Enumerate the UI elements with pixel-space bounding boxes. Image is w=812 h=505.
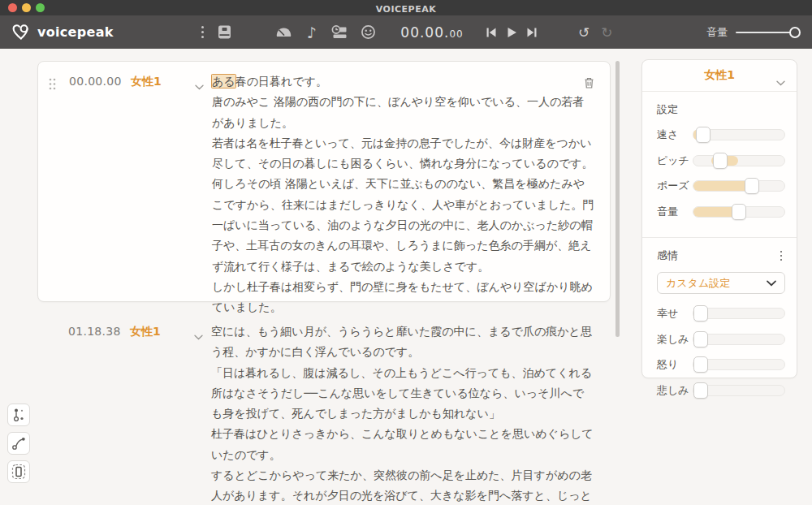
selection-marquee-icon xyxy=(11,464,27,480)
skip-back-button[interactable] xyxy=(481,27,501,38)
master-volume: 音量 xyxy=(706,15,799,49)
titlebar: VOICEPEAK xyxy=(0,0,812,15)
slider-row: 怒り xyxy=(657,356,785,373)
play-button[interactable] xyxy=(501,27,521,38)
slider-label: 悲しみ xyxy=(657,383,693,398)
chevron-down-icon xyxy=(767,280,776,287)
block-text[interactable]: ある春の日暮れです。唐のみやこ 洛陽の西の門の下に、ぼんやり空を仰いでいる、一人… xyxy=(212,71,595,318)
slider-track[interactable] xyxy=(693,308,785,319)
slider-label: 怒り xyxy=(657,357,693,372)
slider-track[interactable] xyxy=(693,385,785,396)
volume-slider[interactable] xyxy=(736,32,799,33)
slider-row: 幸せ xyxy=(657,304,785,322)
dictionary-book-icon xyxy=(217,24,232,40)
time-frames: 00 xyxy=(449,25,463,40)
kebab-menu-icon xyxy=(201,26,204,38)
slider-knob[interactable] xyxy=(693,305,708,322)
selection-tool-button[interactable] xyxy=(7,460,30,483)
speed-panel-button[interactable] xyxy=(273,15,294,49)
slider-track[interactable] xyxy=(693,359,785,370)
dictionary-button[interactable] xyxy=(214,15,235,49)
vertical-scrollbar[interactable] xyxy=(615,61,620,337)
slider-knob[interactable] xyxy=(732,204,746,220)
slider-knob[interactable] xyxy=(745,178,759,194)
chevron-down-icon[interactable] xyxy=(194,328,203,343)
slider-track[interactable] xyxy=(693,129,785,140)
toolbar: voicepeak ♪ xyxy=(0,15,812,49)
slider-label: ピッチ xyxy=(657,153,693,168)
slider-row: 楽しみ xyxy=(657,330,785,348)
minimize-window-button[interactable] xyxy=(22,3,31,12)
emotion-preset-value: カスタム設定 xyxy=(666,276,767,291)
paragraph[interactable]: 「日は暮れるし、腹は減るし、その上もうどこへ行っても、泊めてくれる所はなさそうだ… xyxy=(211,363,594,425)
emotion-sliders: 幸せ 楽しみ 怒り 悲しみ xyxy=(657,304,785,399)
curve-tool-button[interactable] xyxy=(7,432,30,455)
overflow-menu-button[interactable] xyxy=(192,15,213,49)
pause-timing-icon xyxy=(330,24,348,40)
redo-button[interactable]: ↻ xyxy=(601,24,612,41)
slider-row: 悲しみ xyxy=(657,382,785,399)
volume-slider-knob[interactable] xyxy=(789,27,801,38)
volume-label: 音量 xyxy=(706,25,728,40)
time-main: 00.00. xyxy=(400,24,449,41)
slider-row: ピッチ xyxy=(657,152,785,170)
text-block[interactable]: 00.00.00 女性1 ある春の日暮れです。唐のみやこ 洛陽の西の門の下に、ぼ… xyxy=(37,61,611,302)
slider-knob[interactable] xyxy=(693,331,708,347)
paragraph[interactable]: するとどこからやって来たか、突然彼の前へ足を止めた、片目すがめの老人があります。… xyxy=(211,465,594,505)
undo-button[interactable]: ↺ xyxy=(578,24,590,41)
slider-track[interactable] xyxy=(693,206,785,218)
slider-label: 楽しみ xyxy=(657,332,693,347)
block-timestamp: 01.18.38 xyxy=(68,325,121,338)
slider-knob[interactable] xyxy=(696,127,710,143)
emotion-menu-button[interactable] xyxy=(780,251,786,261)
pause-panel-button[interactable] xyxy=(329,15,350,49)
app-logo: voicepeak xyxy=(11,15,114,49)
paragraph[interactable]: 唐のみやこ 洛陽の西の門の下に、ぼんやり空を仰いでいる、一人の若者がありました。 xyxy=(212,92,595,133)
emotion-panel-button[interactable] xyxy=(357,15,378,49)
speed-gauge-icon xyxy=(275,24,292,40)
pitch-panel-button[interactable]: ♪ xyxy=(301,15,322,49)
voice-settings-panel: 女性1 設定 速さ ピッチ ポーズ 音量 xyxy=(641,59,797,378)
block-text[interactable]: 空には、もう細い月が、うらうらと靡いた霞の中に、まるで爪の痕かと思う程、かすかに… xyxy=(211,322,594,505)
block-voice-name[interactable]: 女性1 xyxy=(130,325,161,339)
zoom-window-button[interactable] xyxy=(36,3,45,12)
slider-knob[interactable] xyxy=(693,356,708,373)
slider-label: 音量 xyxy=(657,205,693,219)
chevron-down-icon xyxy=(776,74,785,89)
slider-track[interactable] xyxy=(693,180,785,192)
slider-knob[interactable] xyxy=(713,153,728,169)
drag-handle-icon[interactable] xyxy=(49,78,56,93)
trash-icon xyxy=(583,76,595,89)
block-voice-name[interactable]: 女性1 xyxy=(131,75,162,89)
chevron-down-icon[interactable] xyxy=(195,78,204,93)
parameter-points-tool-button[interactable] xyxy=(7,404,30,426)
slider-label: 幸せ xyxy=(657,306,693,321)
close-window-button[interactable] xyxy=(8,3,17,12)
skip-forward-button[interactable] xyxy=(521,27,542,38)
emotion-preset-select[interactable]: カスタム設定 xyxy=(657,272,785,294)
app-name: voicepeak xyxy=(37,24,114,40)
slider-knob[interactable] xyxy=(693,382,708,399)
block-timestamp: 00.00.00 xyxy=(69,75,122,88)
paragraph[interactable]: 空には、もう細い月が、うらうらと靡いた霞の中に、まるで爪の痕かと思う程、かすかに… xyxy=(211,322,594,363)
delete-block-button[interactable] xyxy=(583,76,595,93)
slider-track[interactable] xyxy=(693,155,785,166)
skip-back-icon xyxy=(486,27,497,38)
music-note-icon: ♪ xyxy=(307,24,317,41)
slider-row: 速さ xyxy=(657,126,785,144)
paragraph[interactable]: 若者は名を杜子春といって、元は金持の息子でしたが、今は財産をつかい尽して、その日… xyxy=(212,133,595,175)
paragraph[interactable]: 何しろその頃 洛陽といえば、天下に並ぶもののない、繁昌を極めたみやこですから、往… xyxy=(212,174,595,276)
emotion-smiley-icon xyxy=(361,24,376,40)
playhead-time-display: 00.00.00 xyxy=(400,15,464,49)
highlighted-word[interactable]: ある xyxy=(212,75,235,88)
voice-selector[interactable]: 女性1 xyxy=(642,60,797,92)
paragraph[interactable]: しかし杜子春は相変らず、門の壁に身をもたせて、ぼんやり空ばかり眺めていました。 xyxy=(212,277,595,318)
skip-forward-icon xyxy=(526,27,538,38)
slider-label: 速さ xyxy=(657,127,693,142)
paragraph[interactable]: ある春の日暮れです。 xyxy=(212,71,595,92)
emotion-section-title: 感情 xyxy=(657,248,678,263)
paragraph[interactable]: 杜子春はひとりさっきから、こんな取りとめもないことを思いめぐらしていたのです。 xyxy=(211,424,594,465)
slider-track[interactable] xyxy=(693,334,785,345)
slider-row: ポーズ xyxy=(657,177,785,195)
window-title: VOICEPEAK xyxy=(376,4,436,15)
